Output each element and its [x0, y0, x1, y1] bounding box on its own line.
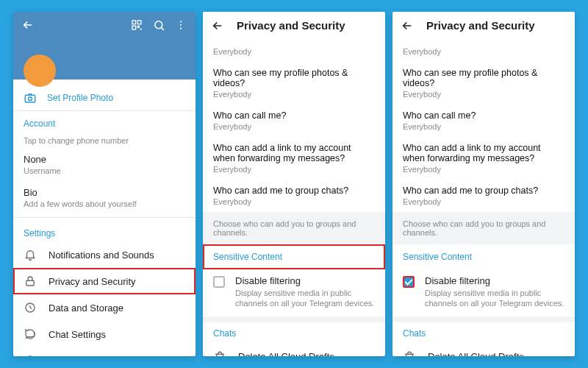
- svg-rect-0: [132, 21, 136, 24]
- privacy-row-profile[interactable]: Who can see my profile photos & videos? …: [203, 62, 385, 105]
- bell-icon: [24, 248, 37, 261]
- more-icon[interactable]: [172, 16, 190, 34]
- sensitive-content-header: Sensitive Content: [203, 244, 385, 269]
- privacy-answer: Everybody: [213, 47, 375, 56]
- disable-filtering-checkbox[interactable]: [213, 276, 225, 288]
- profile-header: [13, 12, 196, 79]
- screen-privacy-unchecked: Privacy and Security Everybody Who can s…: [203, 12, 385, 356]
- svg-point-6: [180, 28, 182, 29]
- settings-section-label: Settings: [13, 221, 196, 241]
- menu-notifications[interactable]: Notifications and Sounds: [13, 241, 196, 268]
- svg-point-5: [180, 24, 182, 26]
- group-hint-band: Choose who can add you to groups and cha…: [392, 212, 575, 244]
- svg-rect-9: [26, 280, 35, 286]
- privacy-row-profile[interactable]: Who can see my profile photos & videos? …: [392, 62, 575, 105]
- privacy-question: Who can add me to group chats?: [403, 185, 564, 196]
- bio-hint: Add a few words about yourself: [24, 199, 185, 208]
- username-value: None: [24, 154, 185, 165]
- phone-hint[interactable]: Tap to change phone number: [13, 132, 196, 148]
- privacy-question: Who can see my profile photos & videos?: [403, 68, 564, 88]
- account-section-label: Account: [13, 111, 196, 132]
- privacy-question: Who can add me to group chats?: [213, 185, 375, 196]
- chats-header: Chats: [392, 322, 575, 344]
- back-button[interactable]: [19, 16, 37, 34]
- svg-rect-7: [25, 95, 35, 102]
- privacy-row-forward[interactable]: Who can add a link to my account when fo…: [392, 137, 575, 180]
- search-icon[interactable]: [150, 16, 168, 34]
- delete-drafts-row[interactable]: Delete All Cloud Drafts: [203, 344, 385, 356]
- menu-chat[interactable]: Chat Settings: [13, 321, 196, 347]
- delete-drafts-label: Delete All Cloud Drafts: [238, 351, 334, 356]
- privacy-row-groups[interactable]: Who can add me to group chats? Everybody: [392, 180, 575, 212]
- privacy-row-call[interactable]: Who can call me? Everybody: [392, 105, 575, 137]
- privacy-row-overflow[interactable]: Everybody: [392, 40, 575, 62]
- disable-filtering-label: Disable filtering: [425, 275, 564, 286]
- svg-point-8: [29, 97, 32, 101]
- username-row[interactable]: None Username: [13, 148, 196, 181]
- privacy-answer: Everybody: [213, 197, 375, 206]
- privacy-question: Who can call me?: [403, 110, 564, 121]
- bio-value: Bio: [24, 187, 185, 198]
- privacy-answer: Everybody: [403, 197, 564, 206]
- delete-drafts-label: Delete All Cloud Drafts: [428, 351, 524, 356]
- sticker-icon: [24, 354, 37, 356]
- menu-label: Data and Storage: [49, 302, 123, 314]
- menu-label: Stickers and Emoji: [49, 355, 128, 357]
- qr-icon[interactable]: [128, 16, 146, 34]
- section-gap: [203, 316, 385, 322]
- menu-stickers[interactable]: Stickers and Emoji: [13, 347, 196, 356]
- disable-filtering-desc: Display sensitive media in public channe…: [425, 288, 564, 309]
- sensitive-content-header: Sensitive Content: [392, 244, 575, 269]
- titlebar: Privacy and Security: [392, 12, 575, 40]
- set-photo-label: Set Profile Photo: [47, 93, 113, 103]
- privacy-answer: Everybody: [403, 165, 564, 174]
- section-gap: [392, 316, 575, 322]
- privacy-row-overflow[interactable]: Everybody: [203, 40, 385, 62]
- privacy-answer: Everybody: [213, 90, 375, 99]
- svg-point-3: [154, 21, 162, 28]
- privacy-answer: Everybody: [403, 47, 564, 56]
- privacy-row-forward[interactable]: Who can add a link to my account when fo…: [203, 137, 385, 180]
- privacy-question: Who can call me?: [213, 110, 375, 121]
- privacy-answer: Everybody: [403, 122, 564, 131]
- disable-filtering-desc: Display sensitive media in public channe…: [235, 288, 375, 309]
- svg-rect-1: [137, 21, 141, 24]
- privacy-question: Who can add a link to my account when fo…: [213, 143, 375, 163]
- disable-filtering-checkbox[interactable]: [403, 276, 415, 288]
- screen-settings: Set Profile Photo Account Tap to change …: [13, 12, 196, 356]
- privacy-row-call[interactable]: Who can call me? Everybody: [203, 105, 385, 137]
- menu-privacy[interactable]: Privacy and Security: [13, 268, 196, 294]
- chat-icon: [24, 328, 37, 341]
- trash-icon: [213, 350, 226, 356]
- data-icon: [24, 301, 37, 314]
- divider: [13, 217, 196, 218]
- bio-row[interactable]: Bio Add a few words about yourself: [13, 181, 196, 214]
- privacy-row-groups[interactable]: Who can add me to group chats? Everybody: [203, 180, 385, 212]
- camera-icon: [24, 91, 37, 105]
- back-button[interactable]: [398, 17, 416, 35]
- lock-icon: [24, 275, 37, 288]
- menu-data[interactable]: Data and Storage: [13, 294, 196, 321]
- trash-icon: [403, 350, 416, 356]
- page-title: Privacy and Security: [237, 19, 345, 32]
- disable-filtering-row[interactable]: Disable filtering Display sensitive medi…: [392, 269, 575, 316]
- username-hint: Username: [24, 166, 185, 175]
- avatar[interactable]: [24, 54, 56, 87]
- privacy-question: Who can add a link to my account when fo…: [403, 143, 564, 163]
- menu-label: Chat Settings: [49, 329, 106, 340]
- chats-header: Chats: [203, 322, 385, 344]
- disable-filtering-label: Disable filtering: [235, 275, 375, 286]
- back-button[interactable]: [209, 17, 226, 35]
- group-hint-band: Choose who can add you to groups and cha…: [203, 212, 385, 244]
- page-title: Privacy and Security: [426, 19, 535, 32]
- menu-label: Privacy and Security: [49, 276, 136, 287]
- titlebar: Privacy and Security: [203, 12, 385, 40]
- svg-point-4: [180, 21, 182, 22]
- privacy-answer: Everybody: [213, 122, 375, 131]
- svg-rect-2: [132, 26, 136, 29]
- menu-label: Notifications and Sounds: [49, 250, 154, 261]
- disable-filtering-row[interactable]: Disable filtering Display sensitive medi…: [203, 269, 385, 316]
- delete-drafts-row[interactable]: Delete All Cloud Drafts: [392, 344, 575, 356]
- privacy-answer: Everybody: [403, 90, 564, 99]
- privacy-answer: Everybody: [213, 165, 375, 174]
